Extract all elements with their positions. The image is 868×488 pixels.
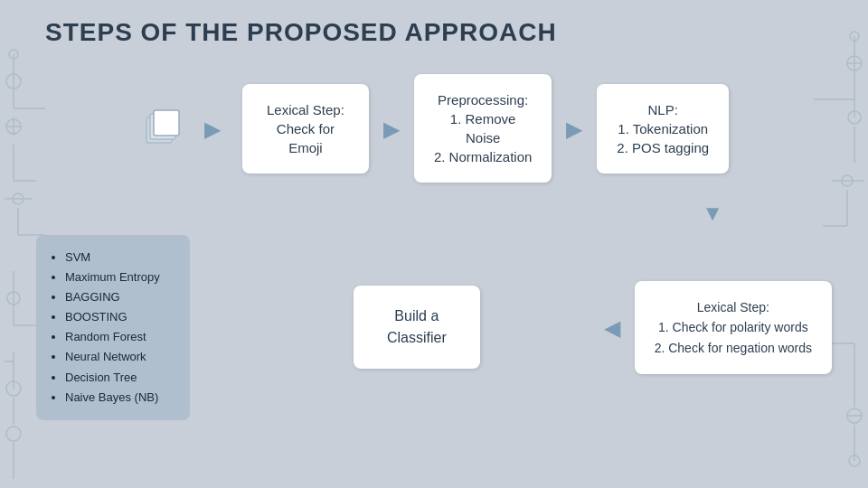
arrow-to-step3 <box>552 114 597 143</box>
arrow-to-step2 <box>369 114 414 143</box>
svg-point-37 <box>849 455 860 466</box>
list-item: BAGGING <box>65 287 174 307</box>
list-item: BOOSTING <box>65 307 174 327</box>
arrow-from-right <box>590 313 635 342</box>
down-arrow-container: ▼ <box>36 201 832 226</box>
bottom-row: SVMMaximum EntropyBAGGINGBOOSTINGRandom … <box>36 235 832 420</box>
top-row: Lexical Step: Check for Emoji Preprocess… <box>36 74 832 183</box>
list-item: Maximum Entropy <box>65 267 174 287</box>
pages-icon <box>139 107 183 150</box>
list-item: Decision Tree <box>65 368 174 388</box>
classifier-list: SVMMaximum EntropyBAGGINGBOOSTINGRandom … <box>52 248 174 408</box>
list-item: SVM <box>65 248 174 267</box>
step2-box: Preprocessing: 1. Remove Noise 2. Normal… <box>414 74 552 183</box>
build-classifier-box: Build a Classifier <box>354 286 480 369</box>
list-item: Random Forest <box>65 327 174 347</box>
polarity-step-box: Lexical Step: 1. Check for polarity word… <box>635 281 832 374</box>
step1-box: Lexical Step: Check for Emoji <box>242 84 369 174</box>
arrow-to-step1 <box>190 114 235 143</box>
down-arrow: ▼ <box>702 201 723 226</box>
svg-rect-44 <box>154 110 179 136</box>
step3-box: NLP: 1. Tokenization 2. POS tagging <box>597 84 729 174</box>
list-item: Naive Bayes (NB) <box>65 388 174 408</box>
classifier-options-box: SVMMaximum EntropyBAGGINGBOOSTINGRandom … <box>36 235 190 420</box>
center-area: Build a Classifier <box>244 286 590 369</box>
page-title: STEPS OF THE PROPOSED APPROACH <box>45 18 832 47</box>
list-item: Neural Network <box>65 347 174 367</box>
